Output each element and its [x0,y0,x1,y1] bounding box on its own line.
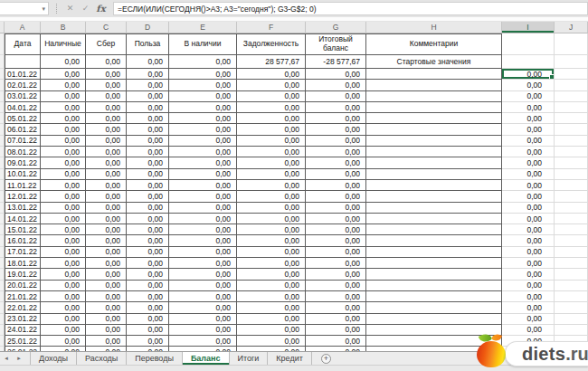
cell-C12[interactable]: 0,00 [86,169,127,180]
cell-A8[interactable]: 06.01.22 [5,124,41,135]
cell-I3[interactable]: 0,00 [502,69,555,80]
cell-F3[interactable]: 0,00 [237,69,306,80]
cell-C5[interactable]: 0,00 [86,91,127,102]
cell-D28[interactable]: 0,00 [127,347,169,351]
cell-G1[interactable]: Итоговый баланс [306,33,366,55]
column-header-A[interactable]: A [5,22,41,33]
cell-H14[interactable] [366,191,502,202]
cell-D7[interactable]: 0,00 [127,113,169,124]
column-header-C[interactable]: C [86,22,127,33]
cell-G25[interactable]: 0,00 [306,314,366,325]
cell-E23[interactable]: 0,00 [169,291,237,302]
cell-E12[interactable]: 0,00 [169,169,237,180]
cell-I14[interactable]: 0,00 [502,191,555,202]
cell-B19[interactable]: 0,00 [41,247,86,258]
cell-E22[interactable]: 0,00 [169,281,237,291]
cell-F1[interactable]: Задолженность [237,33,306,55]
cell-D26[interactable]: 0,00 [127,325,169,336]
cell-C28[interactable]: 0,00 [86,347,127,351]
cell-B6[interactable]: 0,00 [41,102,86,113]
cell-C20[interactable]: 0,00 [86,258,127,269]
cell-I6[interactable]: 0,00 [502,102,555,113]
cell-D27[interactable]: 0,00 [127,336,169,347]
cell-I17[interactable]: 0,00 [502,224,555,235]
cell-I9[interactable]: 0,00 [502,136,555,147]
cell-H11[interactable] [366,157,502,168]
cell-E2[interactable]: 0,00 [169,55,237,69]
cell-D1[interactable]: Польза [127,33,169,55]
cell-J25[interactable] [555,314,588,325]
cell-H21[interactable] [366,269,502,280]
cell-E14[interactable]: 0,00 [169,191,237,202]
cell-C11[interactable]: 0,00 [86,157,127,168]
cell-G17[interactable]: 0,00 [306,224,366,235]
cell-B16[interactable]: 0,00 [41,214,86,224]
cell-D17[interactable]: 0,00 [127,224,169,235]
cell-C3[interactable]: 0,00 [86,69,127,80]
cell-F20[interactable]: 0,00 [237,258,306,269]
cell-H13[interactable] [366,180,502,191]
cell-F4[interactable]: 0,00 [237,80,306,90]
cell-D11[interactable]: 0,00 [127,157,169,168]
cell-E15[interactable]: 0,00 [169,203,237,214]
cell-A12[interactable]: 10.01.22 [5,169,41,180]
cell-C15[interactable]: 0,00 [86,203,127,214]
cell-I13[interactable]: 0,00 [502,180,555,191]
cell-E16[interactable]: 0,00 [169,214,237,224]
cell-J3[interactable] [555,69,588,80]
cell-E7[interactable]: 0,00 [169,113,237,124]
cell-G7[interactable]: 0,00 [306,113,366,124]
cell-I5[interactable]: 0,00 [502,91,555,102]
tab-scroll-left-icon[interactable]: ◂ [0,352,13,365]
cell-J7[interactable] [555,113,588,124]
cell-C21[interactable]: 0,00 [86,269,127,280]
cell-A20[interactable]: 18.01.22 [5,258,41,269]
cell-G19[interactable]: 0,00 [306,247,366,258]
insert-function-icon[interactable]: fx [93,2,109,15]
cell-A4[interactable]: 02.01.22 [5,80,41,90]
cell-A3[interactable]: 01.01.22 [5,69,41,80]
cell-A23[interactable]: 21.01.22 [5,291,41,302]
cell-E25[interactable]: 0,00 [169,314,237,325]
cell-D15[interactable]: 0,00 [127,203,169,214]
cell-G20[interactable]: 0,00 [306,258,366,269]
cell-D9[interactable]: 0,00 [127,136,169,147]
cell-F18[interactable]: 0,00 [237,235,306,246]
column-header-D[interactable]: D [127,22,169,33]
cell-H24[interactable] [366,302,502,313]
cell-C2[interactable]: 0,00 [86,55,127,69]
cell-A13[interactable]: 11.01.22 [5,180,41,191]
cell-A17[interactable]: 15.01.22 [5,224,41,235]
cell-H8[interactable] [366,124,502,135]
cell-C13[interactable]: 0,00 [86,180,127,191]
cell-B18[interactable]: 0,00 [41,235,86,246]
cell-A11[interactable]: 09.01.22 [5,157,41,168]
cell-F28[interactable]: 0,00 [237,347,306,351]
cell-H18[interactable] [366,235,502,246]
cell-I15[interactable]: 0,00 [502,203,555,214]
cell-E18[interactable]: 0,00 [169,235,237,246]
cell-H7[interactable] [366,113,502,124]
cell-E24[interactable]: 0,00 [169,302,237,313]
cell-J19[interactable] [555,247,588,258]
cell-I22[interactable]: 0,00 [502,281,555,291]
cell-G4[interactable]: 0,00 [306,80,366,90]
cell-B28[interactable]: 0,00 [41,347,86,351]
cell-A25[interactable]: 23.01.22 [5,314,41,325]
name-box-dropdown-icon[interactable]: ▾ [42,5,45,12]
cell-E26[interactable]: 0,00 [169,325,237,336]
cell-A9[interactable]: 07.01.22 [5,136,41,147]
cell-B10[interactable]: 0,00 [41,147,86,157]
cell-I4[interactable]: 0,00 [502,80,555,90]
cell-J11[interactable] [555,157,588,168]
cell-H25[interactable] [366,314,502,325]
cell-F8[interactable]: 0,00 [237,124,306,135]
cell-G5[interactable]: 0,00 [306,91,366,102]
cell-J1[interactable] [555,33,588,55]
column-header-B[interactable]: B [41,22,86,33]
cell-J20[interactable] [555,258,588,269]
cell-C10[interactable]: 0,00 [86,147,127,157]
cancel-icon[interactable]: ✕ [62,2,78,15]
cell-C22[interactable]: 0,00 [86,281,127,291]
cell-F13[interactable]: 0,00 [237,180,306,191]
